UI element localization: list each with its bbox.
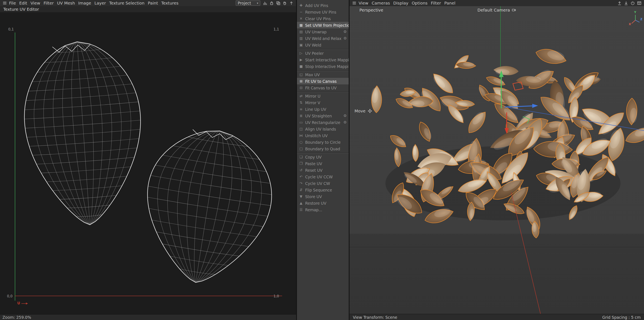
- viewport-3d[interactable]: Perspective Default Camera Move Y X Z: [350, 6, 644, 314]
- command-add-uv-pins[interactable]: ✚Add UV Pins: [297, 2, 349, 9]
- command-uv-unwrap-gear-icon[interactable]: ⚙: [344, 30, 347, 34]
- command-paste-uv[interactable]: ❐Paste UV: [297, 160, 349, 167]
- command-uv-unwrap[interactable]: ▤UV Unwrap⚙: [297, 28, 349, 35]
- command-label: UV Weld and Relax: [305, 36, 341, 41]
- viewport-menu-options[interactable]: Options: [410, 1, 429, 5]
- command-boundary-to-quad[interactable]: □Boundary to Quad: [297, 145, 349, 152]
- axis-x-label: X: [629, 23, 631, 26]
- command-set-uvw-from-projection-icon: ▦: [299, 23, 303, 27]
- command-flip-sequence[interactable]: ⇵Flip Sequence: [297, 187, 349, 193]
- command-uv-weld-and-relax-gear-icon[interactable]: ⚙: [344, 36, 347, 40]
- command-cycle-uv-ccw[interactable]: ↶Cycle UV CCW: [297, 173, 349, 180]
- project-dropdown[interactable]: Project ▾: [236, 1, 260, 6]
- command-uv-weld-and-relax[interactable]: ▥UV Weld and Relax⚙: [297, 35, 349, 42]
- command-stop-interactive-mapping[interactable]: ■Stop Interactive Mapping: [297, 63, 349, 70]
- uv-canvas[interactable]: 0,1 1,1 0,0 1,0 U: [0, 13, 296, 314]
- download-icon[interactable]: [624, 1, 629, 6]
- command-remap-icon: ☰: [299, 208, 303, 212]
- command-clear-uv-pins-icon: ✕: [299, 17, 303, 21]
- viewport-menu-cameras[interactable]: Cameras: [370, 1, 392, 5]
- command-max-uv[interactable]: ◱Max UV: [297, 71, 349, 78]
- command-label: Set UVW from Projection: [305, 23, 349, 27]
- scene-render[interactable]: [350, 6, 644, 314]
- camera-label: Default Camera: [478, 8, 510, 12]
- histogram-icon[interactable]: [262, 1, 268, 6]
- view-label[interactable]: Perspective: [360, 8, 383, 12]
- menu-image[interactable]: Image: [77, 1, 93, 5]
- command-copy-uv[interactable]: ❏Copy UV: [297, 154, 349, 160]
- lock-icon[interactable]: [269, 1, 274, 6]
- command-uv-peeler[interactable]: ▷UV Peeler: [297, 50, 349, 56]
- menu-texture-selection[interactable]: Texture Selection: [108, 1, 146, 5]
- command-flip-sequence-icon: ⇵: [299, 188, 303, 192]
- command-max-uv-icon: ◱: [299, 72, 303, 77]
- command-start-interactive-mapping-icon: ▶: [299, 58, 303, 62]
- command-set-uvw-from-projection[interactable]: ▦Set UVW from Projection⚙: [297, 22, 349, 28]
- command-uv-weld[interactable]: ▣UV Weld: [297, 42, 349, 48]
- command-mirror-v[interactable]: ⇅Mirror V: [297, 99, 349, 106]
- command-boundary-to-quad-icon: □: [299, 147, 303, 151]
- upload-icon[interactable]: [617, 1, 622, 6]
- command-unstitch-uv[interactable]: ⋈Unstitch UV: [297, 132, 349, 139]
- command-restore-uv[interactable]: ▲Restore UV: [297, 200, 349, 206]
- menu-edit[interactable]: Edit: [18, 1, 29, 5]
- command-label: Add UV Pins: [305, 3, 328, 8]
- command-line-up-uv-icon: ≡: [299, 107, 303, 111]
- viewport-menu-filter[interactable]: Filter: [429, 1, 443, 5]
- command-fit-uv-to-canvas[interactable]: ⊞Fit UV to Canvas: [297, 78, 349, 84]
- menu-layer[interactable]: Layer: [93, 1, 108, 5]
- application-window: FileEditViewFilterUV MeshImageLayerTextu…: [0, 0, 644, 320]
- command-group: ⇄Mirror U⇅Mirror V≡Line Up UV≣UV Straigh…: [297, 92, 349, 153]
- arrow-up-icon[interactable]: [289, 1, 294, 6]
- menu-view[interactable]: View: [29, 1, 42, 5]
- command-uv-straighten-gear-icon[interactable]: ⚙: [344, 114, 347, 118]
- zoom-level: Zoom: 259.0%: [2, 315, 31, 319]
- viewport-hamburger-icon[interactable]: [352, 1, 357, 6]
- menu-textures[interactable]: Textures: [160, 1, 180, 5]
- viewport-menu-display[interactable]: Display: [392, 1, 410, 5]
- layers-icon[interactable]: [276, 1, 281, 6]
- camera-selector[interactable]: Default Camera: [478, 8, 516, 12]
- orientation-axis-gizmo[interactable]: Y X Z: [628, 11, 642, 27]
- command-uv-rectangularize[interactable]: ▭UV Rectangularize⚙: [297, 119, 349, 126]
- command-group: ✚Add UV Pins−Remove UV Pins✕Clear UV Pin…: [297, 2, 349, 49]
- viewport-menu-panel[interactable]: Panel: [443, 1, 457, 5]
- command-mirror-u-icon: ⇄: [299, 94, 303, 98]
- command-boundary-to-circle[interactable]: ○Boundary to Circle: [297, 139, 349, 145]
- menu-paint[interactable]: Paint: [146, 1, 160, 5]
- command-remap[interactable]: ☰Remap...: [297, 206, 349, 213]
- uv-corner-label-00: 0,0: [7, 294, 12, 298]
- command-stop-interactive-mapping-icon: ■: [299, 64, 303, 68]
- power-icon[interactable]: [630, 1, 635, 6]
- command-reset-uv[interactable]: ↺Reset UV: [297, 167, 349, 173]
- u-axis-label: U: [17, 301, 20, 305]
- command-start-interactive-mapping[interactable]: ▶Start Interactive Mapping: [297, 56, 349, 63]
- command-label: Line Up UV: [305, 107, 326, 111]
- command-store-uv[interactable]: ▼Store UV: [297, 193, 349, 200]
- layout-icon[interactable]: [636, 1, 642, 6]
- uv-wireframe[interactable]: [0, 13, 296, 314]
- command-align-uv-islands[interactable]: ◫Align UV Islands: [297, 126, 349, 132]
- hamburger-menu-icon[interactable]: [2, 1, 8, 6]
- command-add-uv-pins-icon: ✚: [299, 3, 303, 8]
- command-label: UV Rectangularize: [305, 120, 340, 125]
- hand-icon[interactable]: [282, 1, 288, 6]
- menu-file[interactable]: File: [8, 1, 18, 5]
- uv-editor-toolbar: Project ▾: [236, 1, 294, 6]
- command-reset-uv-icon: ↺: [299, 168, 303, 172]
- command-remove-uv-pins[interactable]: −Remove UV Pins: [297, 9, 349, 15]
- command-cycle-uv-cw[interactable]: ↷Cycle UV CW: [297, 180, 349, 187]
- command-mirror-u[interactable]: ⇄Mirror U: [297, 93, 349, 99]
- viewport-menus: ViewCamerasDisplayOptionsFilterPanel: [357, 1, 457, 5]
- command-fit-canvas-to-uv[interactable]: ⊟Fit Canvas to UV: [297, 84, 349, 91]
- command-line-up-uv[interactable]: ≡Line Up UV: [297, 106, 349, 112]
- command-clear-uv-pins[interactable]: ✕Clear UV Pins: [297, 15, 349, 22]
- command-uv-rectangularize-gear-icon[interactable]: ⚙: [344, 120, 347, 124]
- menu-filter[interactable]: Filter: [42, 1, 56, 5]
- command-label: Fit UV to Canvas: [305, 79, 336, 83]
- viewport-menu-view[interactable]: View: [357, 1, 370, 5]
- camera-icon[interactable]: [512, 8, 516, 12]
- menu-uv-mesh[interactable]: UV Mesh: [55, 1, 76, 5]
- command-uv-straighten[interactable]: ≣UV Straighten⚙: [297, 112, 349, 119]
- command-label: Boundary to Quad: [305, 146, 340, 151]
